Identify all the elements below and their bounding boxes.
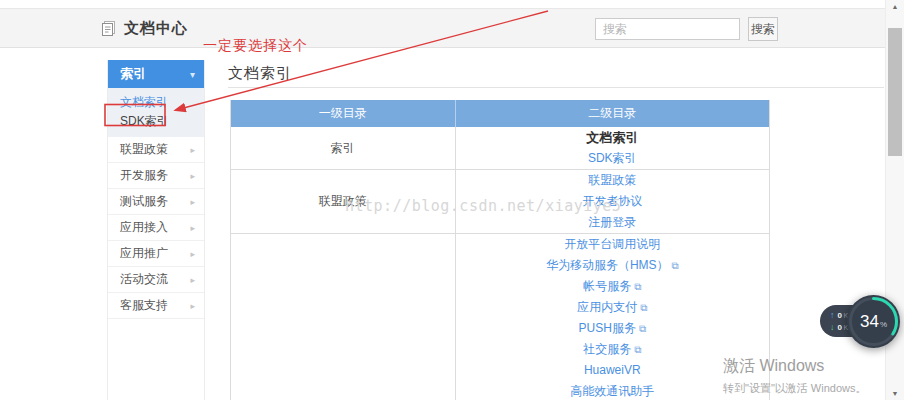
table-row: 联盟政策 联盟政策 开发者协议 注册登录	[231, 170, 769, 234]
link-hms[interactable]: 华为移动服务（HMS）⧉	[456, 255, 769, 276]
scroll-up-icon[interactable]: ▲	[886, 3, 904, 10]
chevron-right-icon: ▸	[190, 275, 195, 285]
link-huawei-vr[interactable]: HuaweiVR	[456, 360, 769, 381]
sidebar-item-activity-exchange[interactable]: 活动交流 ▸	[108, 267, 204, 293]
sidebar-item-customer-support[interactable]: 客服支持 ▸	[108, 293, 204, 319]
link-push-service[interactable]: PUSH服务⧉	[456, 318, 769, 339]
sidebar-item-alliance-policy[interactable]: 联盟政策 ▸	[108, 137, 204, 163]
link-account-service[interactable]: 帐号服务⧉	[456, 276, 769, 297]
link-register-login[interactable]: 注册登录	[456, 212, 769, 233]
sidebar-item-app-promotion[interactable]: 应用推广 ▸	[108, 241, 204, 267]
sidebar-item-test-services[interactable]: 测试服务 ▸	[108, 189, 204, 215]
scroll-down-icon[interactable]: ▼	[886, 390, 904, 397]
app-title: 文档中心	[124, 19, 188, 38]
chevron-right-icon: ▸	[190, 301, 195, 311]
usage-percent: 34 %	[860, 312, 887, 332]
link-open-platform-guide[interactable]: 开放平台调用说明	[456, 234, 769, 255]
link-comm-assistant[interactable]: 高能效通讯助手	[456, 381, 769, 400]
scrollbar-thumb[interactable]	[888, 28, 902, 156]
link-alliance-policy[interactable]: 联盟政策	[456, 170, 769, 191]
chevron-right-icon: ▸	[190, 171, 195, 181]
speed-widget[interactable]: ↑ 0 K/s ↓ 0 K/s 34 %	[820, 295, 900, 348]
title-divider	[228, 87, 884, 88]
chevron-right-icon: ▸	[190, 145, 195, 155]
column-header-level1: 一级目录	[231, 100, 456, 127]
category-cell: 索引	[231, 127, 456, 169]
sidebar-submenu: 文档索引 SDK索引	[108, 88, 204, 137]
doc-index-table: 一级目录 二级目录 索引 文档索引 SDK索引 联盟政策 联盟政策 开发者协议 …	[230, 100, 770, 400]
sidebar-subitem-doc-index[interactable]: 文档索引	[108, 93, 204, 112]
sidebar: 索引 ▾ 文档索引 SDK索引 联盟政策 ▸ 开发服务 ▸ 测试服务 ▸ 应用接…	[107, 60, 205, 400]
link-sdk-index[interactable]: SDK索引	[456, 148, 769, 169]
sidebar-item-dev-services[interactable]: 开发服务 ▸	[108, 163, 204, 189]
annotation-note: 一定要选择这个	[203, 37, 308, 55]
external-link-icon: ⧉	[639, 323, 646, 334]
chevron-right-icon: ▸	[190, 249, 195, 259]
upload-arrow-icon: ↑	[830, 310, 835, 320]
app-logo: 文档中心	[100, 9, 188, 47]
external-link-icon: ⧉	[634, 281, 641, 292]
category-cell: 联盟政策	[231, 170, 456, 233]
external-link-icon: ⧉	[634, 344, 641, 355]
entry-doc-index: 文档索引	[456, 127, 769, 148]
link-in-app-purchase[interactable]: 应用内支付⧉	[456, 297, 769, 318]
chevron-right-icon: ▸	[190, 223, 195, 233]
table-header-row: 一级目录 二级目录	[231, 100, 769, 127]
chevron-right-icon: ▸	[190, 197, 195, 207]
category-cell	[231, 234, 456, 400]
memory-usage-circle[interactable]: 34 %	[847, 295, 900, 348]
external-link-icon: ⧉	[672, 260, 679, 271]
table-row: 索引 文档索引 SDK索引	[231, 127, 769, 170]
search-button[interactable]: 搜索	[748, 17, 778, 41]
document-stack-icon	[100, 20, 117, 37]
sidebar-item-app-access[interactable]: 应用接入 ▸	[108, 215, 204, 241]
page-title: 文档索引	[228, 64, 292, 83]
link-developer-agreement[interactable]: 开发者协议	[456, 191, 769, 212]
entries-cell: 联盟政策 开发者协议 注册登录	[456, 170, 769, 233]
chevron-down-icon: ▾	[190, 69, 195, 80]
sidebar-item-index[interactable]: 索引 ▾	[108, 60, 204, 88]
sidebar-subitem-sdk-index[interactable]: SDK索引	[108, 112, 204, 131]
column-header-level2: 二级目录	[456, 100, 769, 127]
external-link-icon: ⧉	[640, 302, 647, 313]
table-row: 开放平台调用说明 华为移动服务（HMS）⧉ 帐号服务⧉ 应用内支付⧉ PUSH服…	[231, 234, 769, 400]
entries-cell: 开放平台调用说明 华为移动服务（HMS）⧉ 帐号服务⧉ 应用内支付⧉ PUSH服…	[456, 234, 769, 400]
app-header: 文档中心 搜索	[0, 8, 885, 48]
link-social-service[interactable]: 社交服务⧉	[456, 339, 769, 360]
entries-cell: 文档索引 SDK索引	[456, 127, 769, 169]
download-arrow-icon: ↓	[830, 322, 835, 332]
search-input[interactable]	[595, 18, 740, 40]
